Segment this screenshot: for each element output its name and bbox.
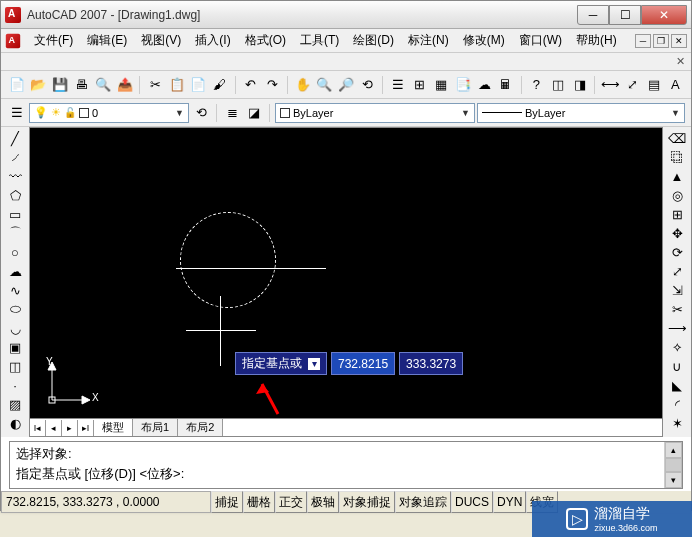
tab-nav-prev[interactable]: ◂ xyxy=(46,420,62,436)
status-ducs[interactable]: DUCS xyxy=(451,491,493,513)
scroll-up-icon[interactable]: ▴ xyxy=(665,442,682,458)
calc-icon[interactable]: 🖩 xyxy=(496,75,516,95)
status-polar[interactable]: 极轴 xyxy=(307,491,339,513)
zoom-realtime-icon[interactable]: 🔍 xyxy=(314,75,334,95)
open-icon[interactable]: 📂 xyxy=(29,75,49,95)
layer-manager-icon[interactable]: ☰ xyxy=(7,103,27,123)
chamfer-icon[interactable]: ◣ xyxy=(666,376,688,394)
tab-nav-last[interactable]: ▸I xyxy=(78,420,94,436)
trim-icon[interactable]: ✂ xyxy=(666,300,688,318)
tab-nav-next[interactable]: ▸ xyxy=(62,420,78,436)
stretch-icon[interactable]: ⇲ xyxy=(666,281,688,299)
zoom-prev-icon[interactable]: ⟲ xyxy=(358,75,378,95)
table-icon[interactable]: ▤ xyxy=(644,75,664,95)
text-icon[interactable]: A xyxy=(665,75,685,95)
dynamic-x-input[interactable]: 732.8215 xyxy=(331,352,395,375)
sheet-set-icon[interactable]: 📑 xyxy=(453,75,473,95)
mdi-restore-button[interactable]: ❐ xyxy=(653,34,669,48)
tab-layout1[interactable]: 布局1 xyxy=(133,419,178,436)
linetype-dropdown[interactable]: ByLayer ▼ xyxy=(477,103,685,123)
menu-tools[interactable]: 工具(T) xyxy=(293,30,346,51)
pan-icon[interactable]: ✋ xyxy=(293,75,313,95)
polygon-icon[interactable]: ⬠ xyxy=(4,186,26,204)
block-edit-icon[interactable]: ◨ xyxy=(570,75,590,95)
preview-icon[interactable]: 🔍 xyxy=(93,75,113,95)
gradient-icon[interactable]: ◐ xyxy=(4,414,26,432)
layer-prev-icon[interactable]: ⟲ xyxy=(191,103,211,123)
polyline-icon[interactable]: 〰 xyxy=(4,167,26,185)
insert-block-icon[interactable]: ▣ xyxy=(4,338,26,356)
down-arrow-icon[interactable]: ▾ xyxy=(308,358,320,370)
scroll-down-icon[interactable]: ▾ xyxy=(665,472,682,488)
status-snap[interactable]: 捕捉 xyxy=(211,491,243,513)
publish-icon[interactable]: 📤 xyxy=(115,75,135,95)
break-icon[interactable]: ⟡ xyxy=(666,338,688,356)
circle-icon[interactable]: ○ xyxy=(4,243,26,261)
menu-format[interactable]: 格式(O) xyxy=(238,30,293,51)
make-block-icon[interactable]: ◫ xyxy=(4,357,26,375)
join-icon[interactable]: ∪ xyxy=(666,357,688,375)
mdi-minimize-button[interactable]: ─ xyxy=(635,34,651,48)
status-osnap[interactable]: 对象捕捉 xyxy=(339,491,395,513)
tab-layout2[interactable]: 布局2 xyxy=(178,419,223,436)
dim-aligned-icon[interactable]: ⤢ xyxy=(622,75,642,95)
fillet-icon[interactable]: ◜ xyxy=(666,395,688,413)
block-icon[interactable]: ◫ xyxy=(548,75,568,95)
explode-icon[interactable]: ✶ xyxy=(666,414,688,432)
offset-icon[interactable]: ◎ xyxy=(666,186,688,204)
command-scrollbar[interactable]: ▴ ▾ xyxy=(664,442,682,488)
menu-insert[interactable]: 插入(I) xyxy=(188,30,237,51)
menu-window[interactable]: 窗口(W) xyxy=(512,30,569,51)
menu-help[interactable]: 帮助(H) xyxy=(569,30,624,51)
extend-icon[interactable]: ⟶ xyxy=(666,319,688,337)
layer-states-icon[interactable]: ≣ xyxy=(222,103,242,123)
help-icon[interactable]: ? xyxy=(527,75,547,95)
xline-icon[interactable]: ⟋ xyxy=(4,148,26,166)
cut-icon[interactable]: ✂ xyxy=(145,75,165,95)
design-center-icon[interactable]: ⊞ xyxy=(410,75,430,95)
maximize-button[interactable]: ☐ xyxy=(609,5,641,25)
dim-linear-icon[interactable]: ⟷ xyxy=(600,75,620,95)
tab-nav-first[interactable]: I◂ xyxy=(30,420,46,436)
copy-icon[interactable]: 📋 xyxy=(167,75,187,95)
match-props-icon[interactable]: 🖌 xyxy=(210,75,230,95)
new-icon[interactable]: 📄 xyxy=(7,75,27,95)
copy-obj-icon[interactable]: ⿻ xyxy=(666,148,688,166)
save-icon[interactable]: 💾 xyxy=(50,75,70,95)
layer-dropdown[interactable]: 💡 ☀ 🔓 0 ▼ xyxy=(29,103,189,123)
properties-icon[interactable]: ☰ xyxy=(388,75,408,95)
rectangle-icon[interactable]: ▭ xyxy=(4,205,26,223)
zoom-window-icon[interactable]: 🔎 xyxy=(336,75,356,95)
mirror-icon[interactable]: ▲ xyxy=(666,167,688,185)
menu-file[interactable]: 文件(F) xyxy=(27,30,80,51)
dynamic-y-input[interactable]: 333.3273 xyxy=(399,352,463,375)
tool-palette-icon[interactable]: ▦ xyxy=(431,75,451,95)
drawing-canvas[interactable]: 指定基点或 ▾ 732.8215 333.3273 xyxy=(29,127,663,419)
scale-icon[interactable]: ⤢ xyxy=(666,262,688,280)
ellipse-icon[interactable]: ⬭ xyxy=(4,300,26,318)
minimize-button[interactable]: ─ xyxy=(577,5,609,25)
mdi-close-button[interactable]: ✕ xyxy=(671,34,687,48)
point-icon[interactable]: · xyxy=(4,376,26,394)
menu-edit[interactable]: 编辑(E) xyxy=(80,30,134,51)
move-icon[interactable]: ✥ xyxy=(666,224,688,242)
paste-icon[interactable]: 📄 xyxy=(189,75,209,95)
scroll-thumb[interactable] xyxy=(665,458,682,472)
undo-icon[interactable]: ↶ xyxy=(241,75,261,95)
line-icon[interactable]: ╱ xyxy=(4,129,26,147)
arc-icon[interactable]: ⌒ xyxy=(4,224,26,242)
markup-icon[interactable]: ☁ xyxy=(474,75,494,95)
hatch-icon[interactable]: ▨ xyxy=(4,395,26,413)
toolbar-close-icon[interactable]: ✕ xyxy=(676,55,685,68)
menu-draw[interactable]: 绘图(D) xyxy=(346,30,401,51)
revcloud-icon[interactable]: ☁ xyxy=(4,262,26,280)
rotate-icon[interactable]: ⟳ xyxy=(666,243,688,261)
status-dyn[interactable]: DYN xyxy=(493,491,526,513)
spline-icon[interactable]: ∿ xyxy=(4,281,26,299)
array-icon[interactable]: ⊞ xyxy=(666,205,688,223)
print-icon[interactable]: 🖶 xyxy=(72,75,92,95)
status-ortho[interactable]: 正交 xyxy=(275,491,307,513)
ellipse-arc-icon[interactable]: ◡ xyxy=(4,319,26,337)
command-window[interactable]: 选择对象: 指定基点或 [位移(D)] <位移>: ▴ ▾ xyxy=(9,441,683,489)
menu-modify[interactable]: 修改(M) xyxy=(456,30,512,51)
